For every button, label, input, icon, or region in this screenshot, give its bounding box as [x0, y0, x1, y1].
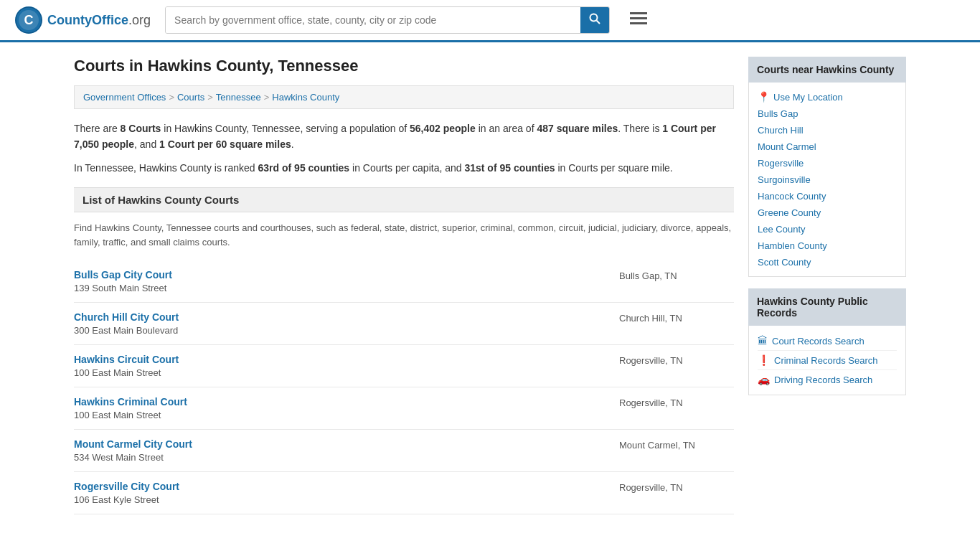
- court-name[interactable]: Hawkins Criminal Court: [74, 396, 612, 408]
- court-name[interactable]: Rogersville City Court: [74, 481, 612, 492]
- court-item-left: Hawkins Circuit Court 100 East Main Stre…: [74, 354, 612, 378]
- sidebar-public-records-header: Hawkins County Public Records: [748, 288, 906, 326]
- sidebar-near-links: Bulls GapChurch HillMount CarmelRogersvi…: [758, 105, 897, 270]
- court-address: 106 East Kyle Street: [74, 494, 159, 505]
- area: 487 square miles: [537, 123, 618, 134]
- court-item: Hawkins Criminal Court 100 East Main Str…: [74, 387, 734, 430]
- court-city-state: Bulls Gap, TN: [619, 269, 734, 281]
- sidebar-public-record-link[interactable]: 🚗Driving Records Search: [758, 370, 897, 389]
- sidebar-near-link[interactable]: Greene County: [758, 204, 897, 221]
- location-icon: 📍: [758, 91, 770, 103]
- court-item-left: Bulls Gap City Court 139 South Main Stre…: [74, 269, 612, 293]
- court-item: Church Hill City Court 300 East Main Bou…: [74, 303, 734, 345]
- rank2: 31st of 95 counties: [464, 162, 555, 174]
- court-city-state: Mount Carmel, TN: [619, 438, 734, 451]
- public-link-icon: 🏛: [758, 335, 768, 347]
- court-name[interactable]: Church Hill City Court: [74, 311, 612, 323]
- court-item: Hawkins Circuit Court 100 East Main Stre…: [74, 345, 734, 387]
- logo-icon: C: [14, 6, 43, 34]
- sidebar-near-link[interactable]: Hamblen County: [758, 237, 897, 254]
- svg-point-4: [590, 14, 598, 22]
- search-icon: [589, 13, 600, 24]
- svg-rect-8: [630, 22, 647, 24]
- use-my-location[interactable]: 📍 Use My Location: [758, 88, 897, 105]
- per-sq: 1 Court per 60 square miles: [159, 138, 291, 150]
- sidebar-near-body: 📍 Use My Location Bulls GapChurch HillMo…: [748, 83, 906, 277]
- sidebar-near-link[interactable]: Bulls Gap: [758, 105, 897, 122]
- court-item: Bulls Gap City Court 139 South Main Stre…: [74, 260, 734, 303]
- sidebar-public-links: 🏛Court Records Search❗Criminal Records S…: [758, 331, 897, 389]
- breadcrumb-sep-1: >: [169, 92, 174, 103]
- court-item: Mount Carmel City Court 534 West Main St…: [74, 430, 734, 472]
- search-button[interactable]: [580, 7, 609, 33]
- court-address: 100 East Main Street: [74, 410, 161, 420]
- section-heading: List of Hawkins County Courts: [74, 187, 734, 212]
- ranking-text: In Tennessee, Hawkins County is ranked 6…: [74, 160, 734, 176]
- population: 56,402 people: [410, 123, 476, 134]
- sidebar-near-header: Courts near Hawkins County: [748, 57, 906, 83]
- breadcrumb-tennessee[interactable]: Tennessee: [216, 92, 261, 103]
- public-link-icon: ❗: [758, 354, 770, 366]
- use-location-label: Use My Location: [773, 92, 843, 103]
- court-address: 534 West Main Street: [74, 452, 164, 463]
- court-item-left: Church Hill City Court 300 East Main Bou…: [74, 311, 612, 336]
- court-address: 100 East Main Street: [74, 367, 161, 378]
- sidebar-near-section: Courts near Hawkins County 📍 Use My Loca…: [748, 57, 906, 277]
- court-address: 300 East Main Boulevard: [74, 325, 178, 336]
- court-city-state: Rogersville, TN: [619, 396, 734, 408]
- breadcrumb: Government Offices > Courts > Tennessee …: [74, 85, 734, 109]
- court-item-left: Mount Carmel City Court 534 West Main St…: [74, 438, 612, 463]
- court-city-state: Rogersville, TN: [619, 354, 734, 366]
- court-address: 139 South Main Street: [74, 283, 166, 293]
- breadcrumb-sep-2: >: [207, 92, 213, 103]
- court-item-left: Rogersville City Court 106 East Kyle Str…: [74, 481, 612, 505]
- svg-text:C: C: [24, 13, 34, 27]
- sidebar-public-record-link[interactable]: 🏛Court Records Search: [758, 331, 897, 351]
- menu-button[interactable]: [630, 11, 647, 29]
- sidebar-near-link[interactable]: Hancock County: [758, 188, 897, 204]
- sidebar-public-record-link[interactable]: ❗Criminal Records Search: [758, 351, 897, 370]
- court-name[interactable]: Bulls Gap City Court: [74, 269, 612, 281]
- section-desc: Find Hawkins County, Tennessee courts an…: [74, 221, 734, 249]
- sidebar-near-link[interactable]: Lee County: [758, 221, 897, 237]
- sidebar-near-link[interactable]: Scott County: [758, 254, 897, 270]
- sidebar-public-records-section: Hawkins County Public Records 🏛Court Rec…: [748, 288, 906, 395]
- court-count: 8 Courts: [121, 123, 161, 134]
- public-link-label: Driving Records Search: [774, 375, 872, 385]
- page-title: Courts in Hawkins County, Tennessee: [74, 57, 734, 75]
- public-link-label: Court Records Search: [772, 336, 864, 347]
- sidebar-near-link[interactable]: Mount Carmel: [758, 138, 897, 155]
- court-city-state: Church Hill, TN: [619, 311, 734, 324]
- svg-rect-6: [630, 12, 647, 14]
- search-bar: [165, 6, 610, 34]
- svg-rect-7: [630, 17, 647, 19]
- sidebar: Courts near Hawkins County 📍 Use My Loca…: [748, 57, 906, 514]
- public-link-label: Criminal Records Search: [774, 355, 878, 366]
- court-name[interactable]: Hawkins Circuit Court: [74, 354, 612, 365]
- rank1: 63rd of 95 counties: [258, 162, 350, 174]
- court-name[interactable]: Mount Carmel City Court: [74, 438, 612, 450]
- breadcrumb-gov-offices[interactable]: Government Offices: [83, 92, 166, 103]
- sidebar-near-link[interactable]: Surgoinsville: [758, 171, 897, 188]
- court-item-left: Hawkins Criminal Court 100 East Main Str…: [74, 396, 612, 420]
- summary-text: There are 8 Courts in Hawkins County, Te…: [74, 121, 734, 153]
- court-city-state: Rogersville, TN: [619, 481, 734, 493]
- breadcrumb-hawkins-county[interactable]: Hawkins County: [272, 92, 339, 103]
- public-link-icon: 🚗: [758, 374, 770, 385]
- sidebar-near-link[interactable]: Rogersville: [758, 155, 897, 171]
- courts-list: Bulls Gap City Court 139 South Main Stre…: [74, 260, 734, 514]
- breadcrumb-sep-3: >: [264, 92, 270, 103]
- logo-text: CountyOffice.org: [47, 13, 151, 28]
- court-item: Rogersville City Court 106 East Kyle Str…: [74, 472, 734, 514]
- sidebar-near-link[interactable]: Church Hill: [758, 122, 897, 138]
- hamburger-icon: [630, 12, 647, 25]
- breadcrumb-courts[interactable]: Courts: [177, 92, 204, 103]
- search-input[interactable]: [166, 7, 580, 33]
- sidebar-public-records-body: 🏛Court Records Search❗Criminal Records S…: [748, 326, 906, 395]
- logo[interactable]: C CountyOffice.org: [14, 6, 151, 34]
- svg-line-5: [597, 21, 600, 24]
